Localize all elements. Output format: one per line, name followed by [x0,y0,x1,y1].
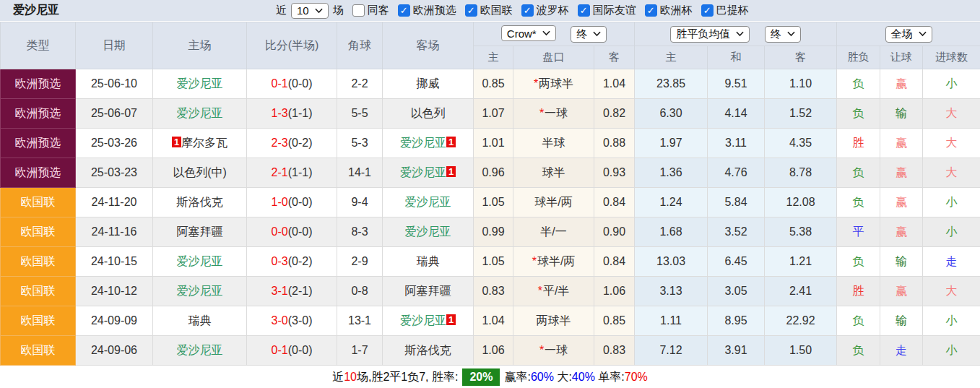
check-icon: ✓ [400,6,408,15]
result-cell: 平 [837,217,880,247]
away-team-name[interactable]: 爱沙尼亚 [405,196,451,208]
recent-count-select[interactable]: 10 [291,3,329,19]
handicap-cell: *球半/两 [513,247,594,277]
home-team-name[interactable]: 斯洛伐克 [177,196,223,208]
scope-value: 全场 [891,27,913,41]
result-value: 胜 [853,285,864,297]
match-row: 欧国联24-10-15爱沙尼亚0-3(0-2)2-9瑞典1.05*球半/两0.8… [1,247,980,277]
handicap-value: 球半 [542,166,565,178]
sub-header-avg-win: 主 [635,46,708,69]
avg-lose-cell: 12.08 [765,188,837,217]
away-team-name[interactable]: 阿塞拜疆 [405,285,451,297]
full-time-score: 0-0 [272,225,288,238]
goals-result-cell: 大 [923,277,980,306]
handicap-win-pct: 60% [531,371,554,384]
goals-result-value: 走 [946,255,958,267]
summary-text: 近 [332,370,344,385]
match-type-cell: 欧国联 [1,336,76,366]
home-team-name[interactable]: 爱沙尼亚 [177,255,223,267]
big-pct: 40% [572,371,595,384]
odds-away-cell: 1.04 [594,69,635,99]
avg-time-select[interactable]: 终 [765,26,801,43]
avg-draw-cell: 4.14 [708,99,765,129]
league-label-3: 波罗杯 [537,4,569,17]
handicap-result-cell: 赢 [880,188,923,217]
sub-header-handicap: 盘口 [513,46,594,69]
scope-select[interactable]: 全场 [885,26,932,43]
league-label-1: 欧洲预选 [413,4,456,17]
odds-away-cell: 0.85 [594,306,635,336]
avg-win-cell: 3.13 [635,277,708,306]
home-team-name[interactable]: 爱沙尼亚 [177,344,223,356]
goals-result-cell: 大 [923,99,980,129]
league-checkbox-4[interactable]: ✓ [578,4,590,17]
home-team-cell: 1摩尔多瓦 [153,129,247,158]
away-team-name[interactable]: 爱沙尼亚 [400,314,446,327]
page: 爱沙尼亚 近 10 场 同客 ✓欧洲预选✓欧国联✓波罗杯✓国际友谊✓欧洲杯✓巴提… [0,0,980,388]
odds-time-select[interactable]: 终 [571,26,607,43]
star-marker: * [539,344,544,356]
home-team-name[interactable]: 爱沙尼亚 [177,285,223,297]
avg-draw-cell: 3.52 [708,217,765,247]
result-value: 胜 [853,137,864,149]
home-team-name[interactable]: 瑞典 [188,314,212,327]
league-checkbox-3[interactable]: ✓ [521,4,534,17]
half-time-score: (2-1) [288,285,313,297]
odds-company-select[interactable]: Crow* [501,25,556,41]
result-value: 负 [853,77,864,90]
handicap-result-value: 赢 [896,285,907,297]
corners-cell: 9-4 [337,188,383,217]
home-team-name[interactable]: 阿塞拜疆 [177,225,223,238]
single-pct: 70% [625,371,648,384]
away-team-name[interactable]: 以色列 [411,107,446,119]
home-team-name[interactable]: 爱沙尼亚 [177,77,223,90]
same-away-checkbox[interactable] [352,4,365,17]
home-team-name[interactable]: 摩尔多瓦 [181,137,227,149]
avg-time-value: 终 [771,27,781,41]
handicap-result-cell: 走 [880,336,923,366]
full-time-score: 3-1 [272,285,288,297]
away-team-name[interactable]: 爱沙尼亚 [405,225,451,238]
result-value: 负 [853,314,864,327]
league-checkbox-1[interactable]: ✓ [398,4,410,17]
chevron-down-icon [787,31,795,37]
handicap-value: 球半/两 [537,255,575,267]
away-team-name[interactable]: 瑞典 [417,255,440,267]
recent-count-value: 10 [297,4,309,17]
avg-lose-cell: 22.92 [765,306,837,336]
goals-result-cell: 小 [923,306,980,336]
league-checkbox-2[interactable]: ✓ [465,4,477,17]
col-header-date: 日期 [76,22,153,69]
score-cell: 0-1(0-0) [247,336,337,366]
goals-result-cell: 小 [923,188,980,217]
corners-cell: 2-2 [337,69,383,99]
half-time-score: (0-0) [288,225,313,238]
home-team-name[interactable]: 爱沙尼亚 [177,107,223,119]
away-team-name[interactable]: 斯洛伐克 [405,344,451,356]
handicap-cell: *平/半 [513,277,594,306]
half-time-score: (1-1) [288,166,313,178]
away-team-name[interactable]: 爱沙尼亚 [400,137,446,149]
match-date-cell: 24-11-20 [76,188,153,217]
result-value: 负 [853,166,864,178]
handicap-result-value: 赢 [896,137,907,149]
home-team-name[interactable]: 以色列(中) [173,166,227,178]
away-team-name[interactable]: 挪威 [417,77,440,90]
col-header-corners: 角球 [337,22,383,69]
full-time-score: 1-0 [272,196,288,208]
league-checkbox-6[interactable]: ✓ [701,4,714,17]
avg-win-cell: 6.30 [635,99,708,129]
corners-cell: 14-1 [337,158,383,188]
league-checkbox-5[interactable]: ✓ [645,4,657,17]
goals-result-value: 小 [946,314,958,327]
odds-away-cell: 0.90 [594,217,635,247]
odds-time-value: 终 [576,27,587,41]
avg-type-select[interactable]: 胜平负均值 [670,26,750,43]
result-value: 负 [853,255,864,267]
avg-win-cell: 23.85 [635,69,708,99]
match-type-cell: 欧洲预选 [1,69,76,99]
odds-home-cell: 0.96 [474,158,513,188]
odds-company-value: Crow* [507,27,537,40]
away-team-name[interactable]: 爱沙尼亚 [400,166,446,178]
match-type-cell: 欧国联 [1,277,76,306]
